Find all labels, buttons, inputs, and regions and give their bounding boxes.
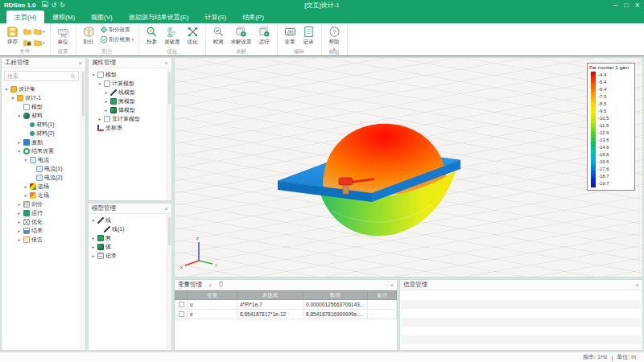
expander-icon[interactable]: ▸ (17, 237, 22, 242)
tree-item[interactable]: 材料(1) (2, 120, 85, 129)
expander-icon[interactable]: ▾ (97, 81, 102, 86)
close-icon[interactable]: × (635, 282, 639, 289)
cell-variable[interactable]: u (188, 300, 237, 310)
tree-item[interactable]: ▾ 结果设置 (2, 146, 85, 155)
menu-tab[interactable]: 计算(S) (196, 10, 234, 23)
import-button[interactable] (23, 37, 31, 47)
col-note[interactable]: 备注 (368, 291, 397, 300)
close-icon[interactable]: × (164, 205, 168, 212)
redo-icon[interactable]: ↻ (60, 2, 65, 10)
tree-item[interactable]: ▾ 线 (89, 216, 171, 224)
tree-item[interactable]: ▾ 计算模型 (89, 79, 171, 88)
tree-item[interactable]: ▸ 面 (89, 233, 171, 242)
unit-button[interactable]: [m] 单位 (56, 25, 71, 47)
mesh-settings-button[interactable]: 剖分设置 (100, 26, 134, 34)
tree-item[interactable]: ▸ 优化 (2, 217, 85, 226)
menu-tab[interactable]: 激励源与结果设置(E) (121, 10, 197, 23)
delete-variable-icon[interactable] (218, 281, 224, 289)
add-variable-icon[interactable]: ＋ (207, 281, 213, 290)
tree-item[interactable]: ▾ 材料 (2, 111, 85, 120)
run-button[interactable]: 运行 (257, 25, 272, 47)
tree-item[interactable]: ▸ 结果 (2, 226, 85, 235)
tree-item[interactable]: 模型 (2, 102, 85, 111)
record-button[interactable]: 记录 (301, 25, 316, 47)
close-icon[interactable]: × (390, 282, 394, 289)
open-project-button[interactable] (23, 26, 31, 36)
variable-row[interactable]: u 4*PI*1e-7 0.00000125663706143... (175, 300, 397, 310)
cell-note[interactable] (368, 300, 397, 310)
expander-icon[interactable]: ▸ (91, 245, 96, 249)
tree-item[interactable]: ▸ 记录 (89, 251, 171, 260)
col-variable[interactable]: 变量 (188, 291, 237, 300)
expander-icon[interactable]: ▸ (104, 99, 109, 104)
expander-icon[interactable]: ▸ (17, 228, 22, 233)
sensitivity-button[interactable]: ∂f∂p 灵敏度 (163, 25, 182, 47)
expander-icon[interactable]: ▾ (91, 72, 96, 77)
expander-icon[interactable]: ▸ (97, 117, 102, 121)
search-input[interactable] (7, 73, 70, 79)
expander-icon[interactable]: ▸ (17, 202, 22, 207)
optimize-button[interactable]: 优化 (185, 25, 200, 47)
save-button[interactable]: 保存 (5, 25, 20, 47)
expander-icon[interactable]: ▸ (23, 184, 28, 189)
expander-icon[interactable]: ▾ (23, 158, 28, 162)
tree-item[interactable]: ▸ 面模型 (89, 97, 171, 105)
expander-icon[interactable]: ▸ (23, 193, 28, 198)
tree-item[interactable]: ▸ 近场 (2, 191, 85, 200)
row-checkbox[interactable] (179, 311, 184, 317)
minimize-button[interactable]: ─ (613, 1, 618, 10)
expander-icon[interactable]: ▾ (17, 149, 22, 154)
tree-item[interactable]: ▸ 剖分 (2, 200, 85, 208)
open-recent-button[interactable]: ▾ (34, 26, 45, 36)
menu-tab[interactable]: 建模(M) (44, 10, 83, 23)
viewport-3d[interactable]: x y z Far moniter 1-gain -4.4-5.4-6.4-7.… (174, 57, 643, 278)
expander-icon[interactable]: ▸ (91, 253, 96, 258)
tree-item[interactable]: ▸ 非计算模型 (89, 114, 171, 123)
undo-icon[interactable]: ↺ (52, 2, 57, 10)
tree-item[interactable]: ▸ 远场 (2, 182, 85, 191)
tree-item[interactable]: 线(1) (89, 224, 171, 233)
cell-expression[interactable]: 8.854187817*1e-12 (237, 310, 303, 319)
cell-expression[interactable]: 4*PI*1e-7 (237, 300, 303, 310)
expander-icon[interactable]: ▾ (91, 218, 96, 223)
expander-icon[interactable]: ▸ (104, 108, 109, 113)
solve-settings-button[interactable]: 求解设置 (229, 25, 254, 47)
variable-row[interactable]: e 8.854187817*1e-12 8.854187816999999e-.… (175, 310, 397, 319)
close-button[interactable]: ✕ (634, 1, 640, 10)
variable-button[interactable]: (x) 变量 (283, 25, 298, 47)
row-checkbox[interactable] (179, 302, 184, 307)
tree-item[interactable]: ▾ 设计集 (2, 84, 85, 93)
tree-item[interactable]: ▾ 模型 (89, 70, 171, 79)
scrollbar[interactable] (167, 215, 171, 350)
expander-icon[interactable]: ▸ (17, 211, 22, 216)
expander-icon[interactable]: ▸ (17, 140, 22, 145)
tree-item[interactable]: ▸ 体 (89, 242, 171, 251)
col-value[interactable]: 数值 (303, 291, 368, 300)
expander-icon[interactable]: ▸ (91, 236, 96, 241)
menu-tab[interactable]: 主页(H) (6, 10, 44, 23)
check-button[interactable]: 检测 (211, 25, 226, 47)
menu-tab[interactable]: 视图(V) (83, 10, 121, 23)
tree-item[interactable]: 材料(2) (2, 129, 85, 138)
sweep-button[interactable]: 扫参 (144, 25, 159, 47)
cell-variable[interactable]: e (188, 310, 237, 319)
cell-note[interactable] (368, 310, 397, 319)
tree-item[interactable]: ▸ 激励 (2, 138, 85, 146)
expander-icon[interactable]: ▾ (10, 96, 15, 101)
col-expression[interactable]: 表达式 (237, 291, 303, 300)
close-icon[interactable]: × (78, 60, 82, 67)
tree-item[interactable]: 电流(1) (2, 164, 85, 173)
tree-item[interactable]: ▾ 设计-1 (2, 93, 85, 102)
expander-icon[interactable]: ▾ (17, 113, 22, 118)
expander-icon[interactable]: ▾ (4, 87, 9, 92)
tree-item[interactable]: ▸ 体模型 (89, 105, 171, 114)
mesh-button[interactable]: 剖分 (81, 25, 97, 47)
mesh-check-button[interactable]: 剖分检测 ▾ (100, 35, 134, 43)
scrollbar[interactable] (80, 69, 85, 350)
expander-icon[interactable]: ▸ (104, 90, 109, 95)
tree-item[interactable]: 坐标系 (89, 123, 171, 132)
export-button[interactable]: ▾ (34, 37, 45, 47)
tree-item[interactable]: 电流(2) (2, 173, 85, 182)
scrollbar[interactable] (167, 69, 171, 200)
tree-item[interactable]: ▾ 电流 (2, 155, 85, 164)
